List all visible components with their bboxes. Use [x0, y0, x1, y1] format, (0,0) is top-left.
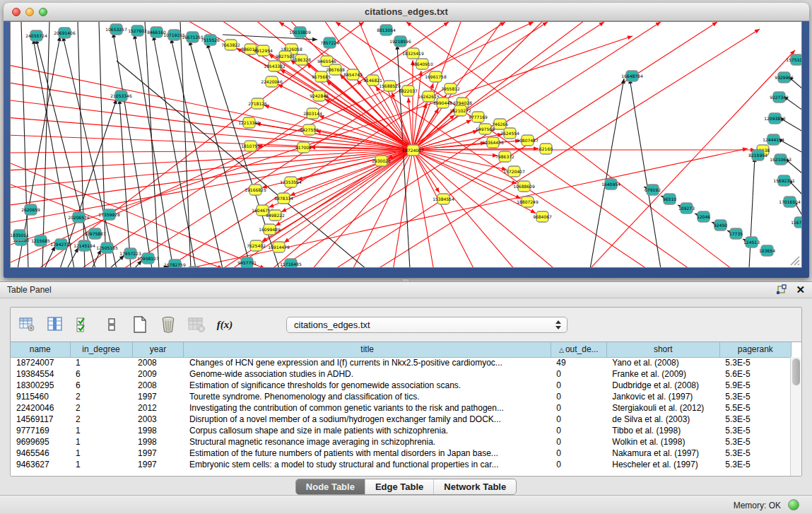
graph-node[interactable]: 12213349 — [238, 117, 260, 128]
graph-node[interactable]: 8822037 — [399, 86, 418, 96]
row-height-button[interactable] — [102, 315, 121, 334]
table-scrollbar[interactable] — [790, 357, 801, 476]
graph-node[interactable]: 9175685 — [312, 71, 331, 82]
table-row[interactable]: 946362711997Embryonic stem cells: a mode… — [11, 459, 792, 470]
graph-node[interactable]: 1810755 — [241, 141, 260, 151]
new-column-button[interactable] — [131, 315, 149, 334]
table-row[interactable]: 969969511998Structural magnetic resonanc… — [11, 436, 792, 448]
graph-node[interactable]: 16961758 — [425, 71, 447, 82]
graph-node[interactable]: 17016504 — [779, 197, 801, 207]
tab-node-table[interactable]: Node Table — [296, 479, 365, 494]
tab-edge-table[interactable]: Edge Table — [365, 479, 433, 494]
column-header-year[interactable]: year — [132, 342, 184, 357]
table-row[interactable]: 946554611997Estimation of the future num… — [11, 448, 792, 459]
svg-text:7955812: 7955812 — [441, 86, 460, 91]
float-panel-icon[interactable] — [776, 284, 787, 296]
graph-node[interactable]: 1527602 — [128, 25, 147, 36]
show-columns-button[interactable] — [46, 315, 64, 334]
graph-node[interactable]: 10807487 — [517, 135, 539, 146]
table-row[interactable]: 1938455462009Genome-wide association stu… — [11, 368, 792, 380]
graph-node[interactable]: 19166825 — [245, 185, 266, 195]
graph-node[interactable]: 16782759 — [164, 259, 186, 268]
graph-node[interactable]: 9329966 — [775, 72, 794, 83]
table-row[interactable]: 1872400712008Changes of HCN gene express… — [11, 357, 792, 368]
table-settings-button[interactable] — [18, 315, 36, 334]
column-header-title[interactable]: title — [184, 342, 551, 357]
column-header-short[interactable]: short — [606, 342, 719, 357]
table-row[interactable]: 911546021997Tourette syndrome. Phenomeno… — [11, 391, 792, 402]
graph-node[interactable]: 16210643 — [770, 154, 792, 165]
graph-node[interactable]: 917006 — [295, 142, 312, 153]
graph-node[interactable]: 15692391 — [773, 175, 795, 186]
graph-node[interactable]: 21053346 — [110, 90, 132, 101]
table-selector-dropdown[interactable]: citations_edges.txt — [286, 317, 567, 333]
graph-node[interactable]: 8813054 — [377, 25, 396, 35]
graph-node[interactable]: 9457791 — [237, 257, 257, 268]
graph-node[interactable]: 9227342 — [770, 92, 789, 103]
graph-node[interactable]: 20206576 — [68, 212, 90, 223]
graph-node[interactable]: 7986372 — [495, 151, 514, 162]
column-header-name[interactable]: name — [11, 342, 70, 357]
graph-node[interactable]: 15716485 — [280, 259, 302, 268]
window-title: citations_edges.txt — [4, 6, 809, 17]
window-titlebar[interactable]: citations_edges.txt — [4, 3, 809, 21]
graph-node[interactable]: 20364436 — [482, 137, 504, 148]
graph-node[interactable]: 2803144 — [303, 108, 322, 119]
graph-node[interactable]: 10653257 — [105, 24, 127, 35]
graph-node[interactable]: 16033809 — [289, 27, 311, 37]
graph-node[interactable]: 7515526 — [201, 35, 220, 45]
graph-node[interactable]: 18640910 — [411, 59, 433, 69]
column-header-pagerank[interactable]: pagerank — [719, 342, 791, 357]
graph-node[interactable]: 12923448 — [183, 267, 205, 268]
network-canvas[interactable]: 1872400788601238912954182260589827508818… — [10, 21, 802, 268]
graph-node[interactable]: 96510 — [663, 194, 676, 204]
graph-node[interactable]: 24055724 — [25, 30, 47, 41]
graph-node[interactable]: 8454749 — [343, 69, 363, 80]
graph-node[interactable]: 17359928 — [98, 209, 120, 220]
svg-text:8454749: 8454749 — [343, 72, 363, 77]
graph-node[interactable]: 17735 — [729, 228, 743, 239]
graph-node[interactable]: 12444154 — [763, 134, 784, 145]
graph-node[interactable]: 92450 — [714, 220, 727, 230]
graph-node[interactable]: 20691406 — [54, 28, 76, 38]
graph-node[interactable]: 7857224 — [320, 37, 339, 48]
graph-node[interactable]: 9777169 — [469, 112, 488, 122]
graph-node[interactable]: 1167534 — [791, 217, 802, 228]
graph-node[interactable]: 124513 — [743, 237, 760, 247]
graph-node[interactable]: 19218596 — [389, 36, 411, 47]
graph-node[interactable]: 12093852 — [764, 113, 786, 124]
table-cell: Jankovic et al. (1997) — [606, 391, 719, 402]
graph-node[interactable]: 679192 — [645, 185, 661, 195]
graph-node[interactable]: 109273 — [678, 203, 695, 214]
close-panel-icon[interactable]: ✕ — [796, 284, 805, 296]
table-row[interactable]: 1830029562008Estimation of significance … — [11, 380, 792, 391]
graph-node[interactable]: 6990448 — [433, 98, 452, 108]
table-row[interactable]: 977716911998Corpus callosum shape and si… — [11, 425, 792, 436]
memory-ok-indicator[interactable] — [788, 499, 799, 510]
graph-node[interactable]: 62160 — [539, 144, 553, 154]
table-row[interactable]: 1456911722003Disruption of a novel membe… — [11, 414, 792, 425]
graph-node[interactable]: 15751074 — [786, 54, 802, 65]
graph-node[interactable]: 2620659 — [21, 204, 40, 215]
graph-node[interactable]: 7625402 — [247, 240, 266, 251]
column-header-outde[interactable]: △out_de... — [551, 342, 606, 357]
graph-node[interactable]: 10688609 — [513, 181, 535, 192]
graph-node[interactable]: 18325419 — [402, 48, 424, 59]
graph-node[interactable]: 15720407 — [503, 166, 525, 177]
column-header-indegree[interactable]: in_degree — [70, 342, 132, 357]
table-cell: 2008 — [132, 357, 184, 368]
network-graph[interactable]: 1872400788601238912954182260589827508818… — [11, 22, 802, 268]
graph-node[interactable]: 12046 — [697, 211, 710, 222]
graph-node[interactable]: 103654 — [759, 245, 775, 256]
resize-grip-icon[interactable] — [788, 254, 801, 267]
delete-column-button[interactable] — [159, 315, 177, 334]
tab-network-table[interactable]: Network Table — [433, 479, 516, 494]
table-cell: 1 — [70, 357, 132, 368]
table-cell: Hescheler et al. (1997) — [606, 459, 719, 470]
select-rows-button[interactable] — [74, 315, 93, 334]
svg-text:2718126: 2718126 — [248, 101, 267, 106]
table-scrollbar-thumb[interactable] — [792, 358, 800, 385]
function-builder-button[interactable]: f(x) — [216, 315, 234, 334]
svg-text:18640910: 18640910 — [411, 62, 433, 66]
table-row[interactable]: 2242004622012Investigating the contribut… — [11, 402, 792, 414]
